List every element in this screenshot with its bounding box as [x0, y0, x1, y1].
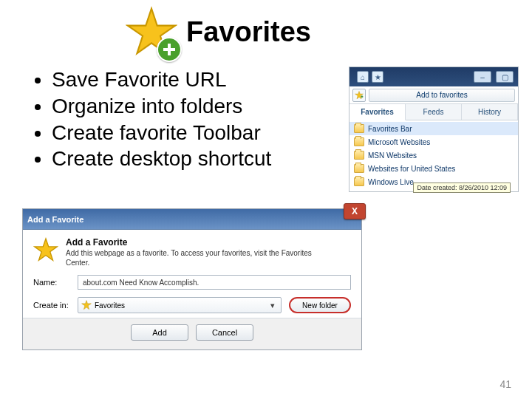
minimize-icon[interactable]: –	[474, 71, 491, 83]
folder-icon	[354, 124, 364, 133]
favorite-star-icon	[33, 237, 58, 262]
close-button[interactable]: X	[344, 203, 366, 219]
favorites-panel: ⌂ ★ – ▢ Add to favorites Favorites Feeds…	[349, 66, 519, 192]
dialog-titlebar: Add a Favorite X	[23, 209, 361, 230]
svg-marker-7	[82, 301, 92, 310]
list-item[interactable]: MSN Websites	[349, 149, 518, 162]
folder-icon	[354, 137, 364, 146]
favorites-star-icon	[126, 6, 177, 58]
page-number: 41	[499, 378, 511, 390]
bullet-item: Organize into folders	[52, 93, 271, 120]
list-item-label: Microsoft Websites	[368, 138, 430, 146]
dialog-title: Add a Favorite	[27, 215, 83, 224]
add-to-favorites-button[interactable]: Add to favorites	[369, 89, 515, 102]
svg-rect-5	[361, 95, 362, 98]
star-icon	[81, 300, 92, 310]
tab-history[interactable]: History	[462, 104, 518, 120]
createin-value: Favorites	[95, 301, 265, 310]
list-item-label: Windows Live	[368, 178, 414, 186]
add-button[interactable]: Add	[131, 324, 188, 341]
plus-badge-icon	[157, 37, 182, 62]
folder-icon	[354, 177, 364, 186]
name-input[interactable]: about.com Need Know Accomplish.	[78, 275, 351, 290]
bullet-list: Save Favorite URL Organize into folders …	[37, 66, 271, 172]
bullet-item: Save Favorite URL	[52, 66, 271, 93]
folder-icon	[354, 151, 364, 160]
list-item[interactable]: Microsoft Websites	[349, 135, 518, 149]
list-item[interactable]: Favorites Bar	[349, 122, 518, 135]
tab-feeds[interactable]: Feeds	[406, 104, 462, 120]
list-item[interactable]: Websites for United States	[349, 162, 518, 175]
chevron-down-icon: ▾	[267, 300, 278, 310]
slide-title-group: Favorites	[126, 6, 311, 58]
favorites-panel-topbar: ⌂ ★ – ▢	[349, 67, 518, 86]
date-tooltip: Date created: 8/26/2010 12:09	[413, 183, 511, 193]
list-item-label: Websites for United States	[368, 165, 455, 173]
cancel-button[interactable]: Cancel	[196, 324, 253, 341]
add-favorite-dialog: Add a Favorite X Add a Favorite Add this…	[22, 208, 362, 350]
list-item-label: MSN Websites	[368, 151, 417, 160]
maximize-icon[interactable]: ▢	[496, 71, 514, 83]
svg-rect-2	[163, 48, 175, 51]
add-star-icon[interactable]	[352, 89, 366, 102]
favorites-list: Favorites Bar Microsoft Websites MSN Web…	[349, 120, 518, 191]
star-icon[interactable]: ★	[372, 71, 383, 83]
dialog-subheading: Add this webpage as a favorite. To acces…	[66, 249, 332, 267]
slide-title: Favorites	[186, 16, 311, 48]
bullet-item: Create desktop shortcut	[52, 146, 271, 172]
svg-marker-6	[35, 239, 58, 260]
createin-combo[interactable]: Favorites ▾	[78, 297, 282, 313]
favorites-tabs: Favorites Feeds History	[349, 104, 518, 120]
list-item-label: Favorites Bar	[368, 125, 412, 133]
dialog-heading: Add a Favorite	[66, 237, 332, 248]
home-icon[interactable]: ⌂	[357, 71, 369, 83]
folder-icon	[354, 164, 364, 173]
tab-favorites[interactable]: Favorites	[349, 104, 406, 120]
dialog-buttons: Add Cancel	[23, 318, 361, 349]
new-folder-button[interactable]: New folder	[289, 297, 351, 313]
createin-label: Create in:	[33, 301, 73, 310]
bullet-item: Create favorite Toolbar	[52, 120, 271, 146]
name-label: Name:	[33, 278, 73, 287]
add-favorites-row: Add to favorites	[349, 86, 518, 104]
